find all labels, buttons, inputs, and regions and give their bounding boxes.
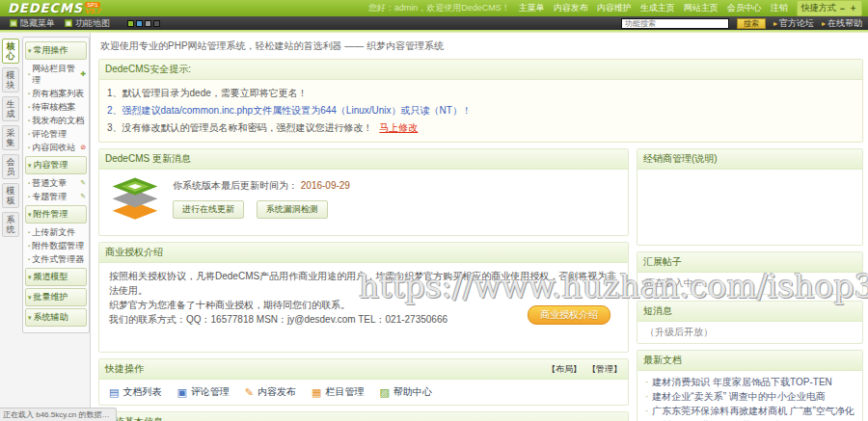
dedecms-admin-window: DEDECMS SP1 V5.7 您好：admin，欢迎使用DedeCMS！ 主…	[0, 0, 868, 421]
bullet-icon: ▪	[28, 226, 30, 238]
manage-link[interactable]: 【管理】	[587, 363, 622, 376]
sidebar-item-recycle-bin[interactable]: ▪ 内容回收站 ⊘	[25, 141, 87, 154]
hide-menu-icon: ▤	[10, 19, 17, 27]
security-tip-1: 1、默认管理目录为dede，需要立即将它更名！	[107, 85, 854, 102]
sidebar-item-all-archives[interactable]: ▪ 所有档案列表	[25, 87, 87, 100]
nav-member-center[interactable]: 会员中心	[727, 2, 762, 14]
security-tip-2: 2、强烈建议data/common.inc.php文件属性设置为644（Linu…	[107, 102, 854, 119]
menu-section-channel-model[interactable]: ▾ 频道模型	[25, 268, 87, 286]
dealer-manage-body	[637, 170, 862, 245]
doc-link[interactable]: ·广东东莞环保涂料再掀建材商机 广“惠”空气净化	[645, 404, 854, 418]
security-tip-3: 3、没有修改默认的管理员名称和密码，强烈建议您进行修改！ 马上修改	[107, 119, 854, 137]
bullet-icon: ▪	[28, 88, 30, 99]
nav-content-maintain[interactable]: 内容维护	[597, 2, 632, 14]
shortcut-button[interactable]: 快捷方式 − ＋	[797, 0, 862, 16]
search-button[interactable]: 搜索	[737, 18, 766, 29]
quick-actions-box: 快捷操作 【布局】 【管理】 ▤ 文档列表	[98, 358, 629, 406]
sidebar-item-upload-file[interactable]: ▪ 上传新文件	[25, 225, 87, 239]
quick-comment-manage[interactable]: ▣ 评论管理	[176, 385, 229, 399]
nav-main-menu[interactable]: 主菜单	[519, 2, 545, 14]
welcome-text: 欢迎使用专业的PHP网站管理系统，轻松建站的首选利器 —— 织梦内容管理系统	[98, 37, 863, 59]
nav-generate-home[interactable]: 生成主页	[640, 2, 675, 14]
nav-site-home[interactable]: 网站主页	[684, 2, 719, 14]
menu-section-system-assist[interactable]: ▾ 系统辅助	[25, 308, 87, 327]
bullet-icon: ▪	[28, 68, 30, 80]
tab-core[interactable]: 核心	[2, 39, 19, 64]
chevron-icon: ▾	[28, 294, 32, 302]
shortcut-plus-icon[interactable]: ＋	[849, 2, 857, 14]
sidebar-item-site-columns[interactable]: ▪ 网站栏目管理 ✚	[25, 62, 87, 87]
sidebar-item-pending-archives[interactable]: ▪ 待审核档案	[25, 100, 87, 114]
online-update-button[interactable]: 进行在线更新	[173, 200, 244, 219]
short-message-note: （升级后开放）	[637, 322, 862, 343]
bullet-icon: ▪	[28, 128, 30, 140]
tab-generate[interactable]: 生成	[2, 96, 19, 121]
tab-collect[interactable]: 采集	[2, 125, 19, 150]
tab-system[interactable]: 系统	[2, 212, 19, 237]
sidebar-item-comment-manage[interactable]: ▪ 评论管理	[25, 127, 87, 141]
sidebar-item-my-documents[interactable]: ▪ 我发布的文档	[25, 114, 87, 127]
sidebar-item-attachment-data[interactable]: ▪ 附件数据管理	[25, 239, 87, 252]
sidebar-menu: ▾ 常用操作 ▪ 网站栏目管理 ✚ ▪ 所有档案列表 ▪ 待审核档案 ▪	[22, 37, 90, 333]
huzhan-posts-box: 汇展帖子 正在载入中...	[637, 251, 863, 295]
sidebar-vertical-tabs: 核心 模块 生成 采集 会员 模板 系统	[0, 37, 21, 421]
fix-now-link[interactable]: 马上修改	[379, 122, 418, 133]
menu-section-content[interactable]: ▾ 内容管理	[25, 156, 87, 174]
bullet-icon: ▪	[28, 240, 30, 251]
main-content: 欢迎使用专业的PHP网站管理系统，轻松建站的首选利器 —— 织梦内容管理系统 D…	[91, 33, 868, 421]
security-tips-box: DedeCMS安全提示: 1、默认管理目录为dede，需要立即将它更名！ 2、强…	[98, 59, 863, 143]
sidebar-item-normal-article[interactable]: ▪ 普通文章 ✎	[25, 176, 87, 190]
browser-status-text: 正在载入 b46.5kcy.cn 的数据…	[0, 408, 117, 421]
theme-blue-swatch[interactable]	[136, 20, 143, 27]
quick-content-publish[interactable]: ✎ 内容发布	[245, 385, 296, 399]
posts-loading-text: 正在载入中...	[637, 273, 862, 294]
sidebar-item-file-manager[interactable]: ▪ 文件式管理器	[25, 252, 87, 266]
menu-section-attachments[interactable]: ▾ 附件管理	[25, 205, 87, 224]
system-info-box: 系统基本信息 您的级别： 超级管理员 【查看更多】	[98, 411, 629, 421]
vulnerability-check-button[interactable]: 系统漏洞检测	[257, 200, 328, 219]
quick-actions-title: 快捷操作	[105, 362, 144, 376]
tab-member[interactable]: 会员	[2, 154, 19, 179]
nav-content-publish[interactable]: 内容发布	[554, 2, 588, 14]
dedecms-layers-logo	[109, 177, 161, 224]
layout-link[interactable]: 【布局】	[547, 363, 582, 376]
version-date: 2016-09-29	[301, 180, 350, 191]
doc-link[interactable]: ·建材企业“卖关系” 调查中的中小企业电商	[645, 389, 854, 404]
hide-menu-button[interactable]: ▤ 隐藏菜单	[10, 17, 55, 30]
update-news-box: DedeCMS 更新消息 你系统版本最后更新	[98, 148, 629, 236]
tab-modules[interactable]: 模块	[2, 67, 19, 92]
chevron-icon: ▾	[28, 274, 32, 281]
bullet-icon: ·	[645, 389, 648, 404]
dealer-manage-title: 经销商管理(说明)	[637, 149, 862, 170]
online-help-link[interactable]: ▸ 在线帮助	[822, 17, 862, 30]
huzhan-posts-title: 汇展帖子	[637, 252, 862, 273]
top-nav: 您好：admin，欢迎使用DedeCMS！ 主菜单 内容发布 内容维护 生成主页…	[368, 0, 862, 16]
folder-icon: ▦	[312, 387, 321, 398]
function-search-input[interactable]	[621, 18, 729, 29]
quick-help-center[interactable]: ▨ 帮助中心	[379, 385, 431, 399]
shortcut-minus-icon[interactable]: −	[840, 4, 845, 13]
system-info-title: 系统基本信息	[99, 412, 628, 421]
pencil-icon: ✎	[80, 177, 86, 189]
pencil-icon: ✎	[80, 191, 86, 202]
nav-logout[interactable]: 注销	[771, 2, 788, 14]
top-header-bar: DEDECMS SP1 V5.7 您好：admin，欢迎使用DedeCMS！ 主…	[0, 0, 868, 16]
quick-doc-list[interactable]: ▤ 文档列表	[109, 385, 161, 399]
map-icon: ▦	[65, 19, 72, 27]
menu-section-batch-maintain[interactable]: ▾ 批量维护	[25, 288, 87, 306]
feature-map-button[interactable]: ▦ 功能地图	[65, 17, 110, 30]
quick-column-manage[interactable]: ▦ 栏目管理	[312, 385, 364, 399]
security-tips-title: DedeCMS安全提示:	[99, 60, 862, 80]
short-message-title: 短消息	[637, 302, 862, 322]
menu-section-common-ops[interactable]: ▾ 常用操作	[25, 41, 87, 60]
theme-dark-swatch[interactable]	[153, 20, 160, 27]
doc-link[interactable]: ·建材消费知识 年度家居饰品下载TOP-TEN	[645, 375, 854, 389]
tab-template[interactable]: 模板	[2, 183, 19, 208]
buy-license-button[interactable]: 商业授权介绍	[528, 305, 610, 325]
chevron-icon: ▾	[28, 314, 32, 322]
official-forum-link[interactable]: ▸ 官方论坛	[773, 17, 814, 30]
arrow-icon: ▸	[822, 19, 826, 28]
theme-green-swatch[interactable]	[127, 20, 134, 27]
theme-gray-swatch[interactable]	[145, 20, 151, 27]
sidebar-item-special-topic[interactable]: ▪ 专题管理 ✎	[25, 190, 87, 203]
